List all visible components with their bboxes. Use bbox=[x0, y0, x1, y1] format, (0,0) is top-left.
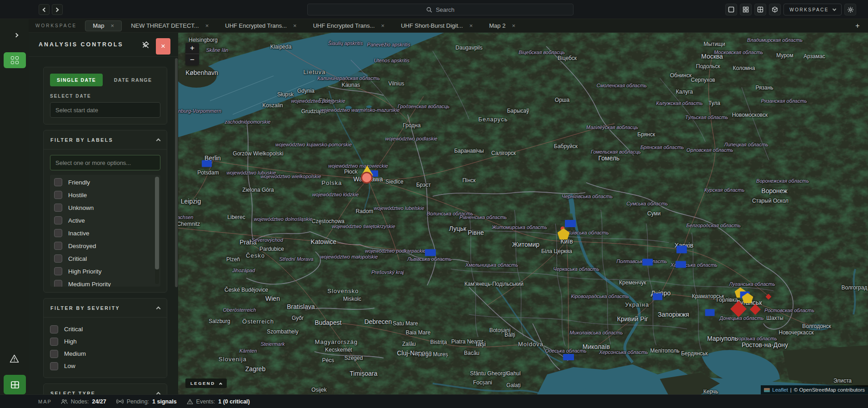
map-marker[interactable] bbox=[705, 309, 715, 316]
list-scrollbar-thumb[interactable] bbox=[155, 177, 159, 269]
map-label: Гомельская вобласць bbox=[591, 149, 641, 154]
tab-close-icon[interactable]: × bbox=[293, 22, 297, 29]
panel-layout-button[interactable] bbox=[725, 4, 737, 15]
label-option-row[interactable]: Inactive bbox=[54, 227, 160, 239]
zoom-in-button[interactable]: + bbox=[185, 43, 199, 54]
label-option-row[interactable]: Medium Priority bbox=[54, 278, 160, 287]
map-marker[interactable] bbox=[361, 172, 373, 184]
severity-option-row[interactable]: Low bbox=[50, 360, 160, 372]
label-option-row[interactable]: Destroyed bbox=[54, 239, 160, 252]
map-label: Херсонська область bbox=[599, 349, 648, 355]
zoom-out-button[interactable]: − bbox=[185, 54, 199, 65]
map-label: Wien bbox=[265, 295, 280, 302]
expand-rail-button[interactable] bbox=[12, 30, 22, 40]
map-canvas[interactable]: Helsingborg Skåne län København Klaipėda… bbox=[178, 33, 868, 394]
rail-dashboard-button[interactable] bbox=[4, 52, 26, 68]
dashboard-button[interactable] bbox=[740, 4, 752, 15]
close-panel-button[interactable]: × bbox=[156, 38, 170, 55]
map-marker[interactable] bbox=[563, 354, 574, 360]
label-option-row[interactable]: Friendly bbox=[54, 176, 160, 189]
map-marker[interactable] bbox=[565, 220, 576, 227]
map-marker[interactable] bbox=[653, 294, 663, 300]
nav-back-button[interactable] bbox=[39, 4, 50, 15]
checkbox[interactable] bbox=[54, 216, 62, 224]
checkbox[interactable] bbox=[54, 242, 62, 250]
checkbox[interactable] bbox=[54, 191, 62, 199]
tab[interactable]: Map 2 × bbox=[482, 20, 523, 31]
severity-option-row[interactable]: High bbox=[50, 335, 160, 348]
checkbox[interactable] bbox=[54, 280, 62, 287]
rail-alerts-button[interactable] bbox=[10, 354, 19, 365]
map-label: województwo świętokrzyskie bbox=[332, 224, 395, 229]
checkbox[interactable] bbox=[50, 338, 58, 346]
checkbox[interactable] bbox=[54, 178, 62, 186]
severity-filter-header[interactable]: FILTER BY SEVERITY bbox=[44, 299, 167, 318]
start-date-input[interactable] bbox=[50, 102, 160, 118]
chevron-down-icon bbox=[833, 7, 836, 10]
map-label: Vilnius bbox=[388, 80, 404, 87]
type-filter-header[interactable]: SELECT TYPE bbox=[44, 384, 167, 394]
checkbox[interactable] bbox=[54, 229, 62, 237]
map-label: Iași bbox=[476, 340, 486, 348]
label-option-row[interactable]: Hostile bbox=[54, 189, 160, 201]
checkbox[interactable] bbox=[54, 267, 62, 275]
workspace-dropdown[interactable]: WORKSPACE bbox=[783, 4, 842, 15]
search-input[interactable]: Search bbox=[307, 4, 574, 15]
nav-forward-button[interactable] bbox=[52, 4, 63, 15]
labels-multiselect-input[interactable] bbox=[50, 155, 160, 170]
single-date-toggle[interactable]: SINGLE DATE bbox=[50, 74, 103, 86]
unpin-panel-button[interactable] bbox=[141, 40, 150, 50]
checkbox[interactable] bbox=[50, 325, 58, 333]
map-label: Рівне bbox=[468, 229, 484, 236]
map-label: Daugavpils bbox=[455, 45, 482, 51]
map-marker[interactable] bbox=[676, 261, 686, 268]
checkbox[interactable] bbox=[54, 204, 62, 212]
label-option-row[interactable]: Unknown bbox=[54, 201, 160, 214]
label-option-row[interactable]: High Priority bbox=[54, 265, 160, 278]
map-marker[interactable] bbox=[202, 160, 212, 167]
checkbox[interactable] bbox=[50, 362, 58, 370]
globe-button[interactable] bbox=[769, 4, 781, 15]
checkbox[interactable] bbox=[50, 350, 58, 358]
tab[interactable]: UHF Short-Burst Digit... × bbox=[394, 20, 480, 31]
option-label: Hostile bbox=[68, 192, 87, 199]
panel-scrollbar-thumb[interactable] bbox=[175, 58, 178, 287]
table-view-button[interactable] bbox=[754, 4, 766, 15]
labels-filter-header[interactable]: FILTER BY LABELS bbox=[44, 130, 167, 149]
tab-close-icon[interactable]: × bbox=[205, 22, 209, 29]
map-label: Zielona Góra bbox=[242, 187, 274, 193]
settings-button[interactable] bbox=[844, 4, 856, 15]
tab-close-icon[interactable]: × bbox=[469, 22, 473, 29]
label-option-row[interactable]: Critical bbox=[54, 252, 160, 265]
tab[interactable]: Map × bbox=[85, 20, 122, 31]
tab[interactable]: UHF Encrypted Trans... × bbox=[218, 20, 304, 31]
option-label: High bbox=[64, 338, 77, 345]
severity-option-row[interactable]: Medium bbox=[50, 348, 160, 360]
map-label: Белгородская область bbox=[686, 223, 740, 228]
map-label: Запоріжжя bbox=[658, 311, 689, 318]
map-marker[interactable] bbox=[643, 259, 653, 266]
tab[interactable]: NEW THREAT DETECT... × bbox=[124, 20, 216, 31]
map-marker[interactable] bbox=[425, 249, 436, 256]
list-scrollbar[interactable] bbox=[155, 177, 159, 284]
pin-off-icon bbox=[141, 40, 150, 50]
tab-close-icon[interactable]: × bbox=[512, 22, 515, 29]
map-label: Житомирська область bbox=[492, 224, 547, 230]
severity-option-row[interactable]: Critical bbox=[50, 323, 160, 335]
map-label: Горлівка bbox=[717, 297, 738, 303]
label-option-row[interactable]: Active bbox=[54, 214, 160, 227]
option-label: High Priority bbox=[68, 268, 102, 275]
rail-map-grid-button[interactable] bbox=[4, 375, 26, 394]
tab[interactable]: UHF Encrypted Trans... × bbox=[306, 20, 392, 31]
new-tab-button[interactable]: + bbox=[853, 21, 863, 31]
tab-close-icon[interactable]: × bbox=[381, 22, 385, 29]
leaflet-link[interactable]: Leaflet bbox=[772, 387, 788, 393]
map-marker[interactable] bbox=[677, 246, 687, 254]
legend-toggle-button[interactable]: LEGEND bbox=[185, 378, 227, 388]
map-label: Moldova bbox=[518, 341, 544, 348]
date-range-toggle[interactable]: DATE RANGE bbox=[114, 77, 152, 83]
map-label: Miskolc bbox=[343, 296, 361, 302]
tab-close-icon[interactable]: × bbox=[111, 22, 115, 29]
warning-triangle-icon bbox=[10, 354, 19, 363]
checkbox[interactable] bbox=[54, 254, 62, 263]
